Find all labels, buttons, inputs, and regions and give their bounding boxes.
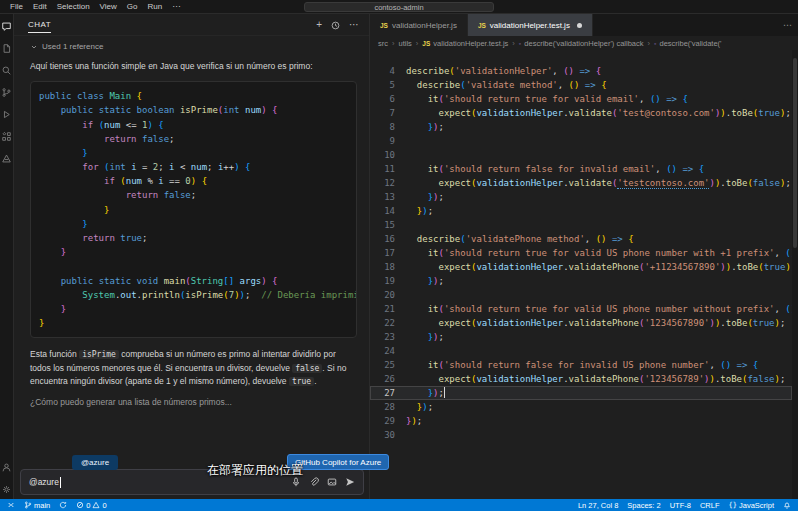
history-icon[interactable] bbox=[331, 16, 340, 34]
line-number[interactable]: 29 bbox=[370, 414, 406, 428]
line-number[interactable]: 6 bbox=[370, 92, 406, 106]
image-icon[interactable] bbox=[327, 477, 337, 487]
problems[interactable]: 0 0 bbox=[76, 501, 106, 510]
more-actions-icon[interactable]: ⋯ bbox=[349, 20, 359, 29]
line-number[interactable]: 20 bbox=[370, 288, 406, 302]
scrollbar-thumb[interactable] bbox=[793, 58, 797, 248]
line-number[interactable]: 14 bbox=[370, 204, 406, 218]
command-center[interactable]: contoso-admin bbox=[304, 2, 494, 12]
code-line-14[interactable]: 14 }); bbox=[370, 204, 792, 218]
code-line-30[interactable]: 30 bbox=[370, 428, 792, 442]
code-line-23[interactable]: 23 }); bbox=[370, 330, 792, 344]
breadcrumb-item-describe-validate[interactable]: ◦describe('validate(' bbox=[654, 39, 722, 48]
line-number[interactable]: 15 bbox=[370, 218, 406, 232]
line-number[interactable]: 22 bbox=[370, 316, 406, 330]
code-line-15[interactable]: 15 bbox=[370, 218, 792, 232]
run-debug-icon[interactable] bbox=[1, 108, 13, 120]
references-toggle[interactable]: Used 1 reference bbox=[30, 42, 357, 51]
remote-indicator[interactable] bbox=[7, 501, 15, 509]
eol-sequence[interactable]: CRLF bbox=[700, 501, 720, 510]
line-number[interactable]: 24 bbox=[370, 344, 406, 358]
code-line-29[interactable]: 29}); bbox=[370, 414, 792, 428]
line-number[interactable]: 12 bbox=[370, 176, 406, 190]
notifications-bell[interactable] bbox=[783, 501, 791, 509]
line-number[interactable]: 4 bbox=[370, 64, 406, 78]
code-line-22[interactable]: 22 expect(validationHelper.validatePhone… bbox=[370, 316, 792, 330]
sync-button[interactable] bbox=[59, 501, 67, 509]
code-line-27[interactable]: 27 }); bbox=[370, 386, 792, 400]
menu-file[interactable]: File bbox=[5, 0, 28, 13]
code-line-10[interactable]: 10 bbox=[370, 148, 792, 162]
suggestion-azure[interactable]: @azure bbox=[72, 455, 118, 470]
menu-edit[interactable]: Edit bbox=[28, 0, 52, 13]
line-number[interactable]: 10 bbox=[370, 148, 406, 162]
line-number[interactable]: 30 bbox=[370, 428, 406, 442]
source-control-icon[interactable] bbox=[1, 86, 13, 98]
accounts-icon[interactable] bbox=[1, 461, 13, 473]
code-line-4[interactable]: 4describe('validationHelper', () => { bbox=[370, 64, 792, 78]
search-icon[interactable] bbox=[1, 64, 13, 76]
line-number[interactable]: 19 bbox=[370, 274, 406, 288]
code-line-7[interactable]: 7 expect(validationHelper.validate('test… bbox=[370, 106, 792, 120]
line-number[interactable]: 28 bbox=[370, 400, 406, 414]
code-line-17[interactable]: 17 it('should return true for valid US p… bbox=[370, 246, 792, 260]
code-line-12[interactable]: 12 expect(validationHelper.validate('tes… bbox=[370, 176, 792, 190]
menu-run[interactable]: Run bbox=[142, 0, 167, 13]
line-number[interactable]: 27 bbox=[370, 386, 406, 400]
line-number[interactable]: 8 bbox=[370, 120, 406, 134]
tab-validationhelper-js[interactable]: JSvalidationHelper.js bbox=[370, 14, 468, 36]
cursor-position[interactable]: Ln 27, Col 8 bbox=[578, 501, 618, 510]
code-line-13[interactable]: 13 }); bbox=[370, 190, 792, 204]
menu-view[interactable]: View bbox=[95, 0, 122, 13]
code-line-6[interactable]: 6 it('should return true for valid email… bbox=[370, 92, 792, 106]
git-branch[interactable]: main bbox=[24, 501, 50, 510]
code-line-28[interactable]: 28 }); bbox=[370, 400, 792, 414]
line-number[interactable]: 9 bbox=[370, 134, 406, 148]
line-number[interactable]: 16 bbox=[370, 232, 406, 246]
extensions-icon[interactable] bbox=[1, 130, 13, 142]
copilot-chat-icon[interactable] bbox=[1, 20, 13, 32]
code-line-5[interactable]: 5 describe('validate method', () => { bbox=[370, 78, 792, 92]
code-line-9[interactable]: 9 bbox=[370, 134, 792, 148]
menu-more[interactable]: ⋯ bbox=[167, 0, 185, 13]
line-number[interactable]: 26 bbox=[370, 372, 406, 386]
line-number[interactable]: 18 bbox=[370, 260, 406, 274]
breadcrumb-item-src[interactable]: src bbox=[378, 39, 388, 48]
line-number[interactable]: 23 bbox=[370, 330, 406, 344]
code-line-25[interactable]: 25 it('should return false for invalid U… bbox=[370, 358, 792, 372]
code-line-21[interactable]: 21 it('should return true for valid US p… bbox=[370, 302, 792, 316]
code-editor[interactable]: 4describe('validationHelper', () => {5 d… bbox=[370, 50, 798, 499]
new-chat-icon[interactable]: + bbox=[316, 20, 322, 29]
editor-actions-more[interactable]: ⋯ bbox=[783, 14, 798, 36]
explorer-icon[interactable] bbox=[1, 42, 13, 54]
encoding[interactable]: UTF-8 bbox=[670, 501, 691, 510]
language-mode[interactable]: {} JavaScript bbox=[729, 501, 774, 510]
chat-tab[interactable]: CHAT bbox=[28, 16, 51, 33]
code-line-19[interactable]: 19 }); bbox=[370, 274, 792, 288]
code-line-26[interactable]: 26 expect(validationHelper.validatePhone… bbox=[370, 372, 792, 386]
editor-scrollbar[interactable] bbox=[792, 50, 798, 499]
azure-icon[interactable] bbox=[1, 152, 13, 164]
attach-icon[interactable] bbox=[309, 477, 319, 487]
line-number[interactable]: 21 bbox=[370, 302, 406, 316]
code-line-16[interactable]: 16 describe('validatePhone method', () =… bbox=[370, 232, 792, 246]
code-line-18[interactable]: 18 expect(validationHelper.validatePhone… bbox=[370, 260, 792, 274]
send-icon[interactable] bbox=[345, 477, 355, 487]
indentation[interactable]: Spaces: 2 bbox=[627, 501, 660, 510]
menu-go[interactable]: Go bbox=[122, 0, 143, 13]
line-number[interactable]: 25 bbox=[370, 358, 406, 372]
settings-gear-icon[interactable] bbox=[1, 483, 13, 495]
code-line-24[interactable]: 24 bbox=[370, 344, 792, 358]
line-number[interactable]: 7 bbox=[370, 106, 406, 120]
chat-followup-question[interactable]: ¿Cómo puedo generar una lista de números… bbox=[30, 397, 357, 407]
breadcrumb-item-describe-validationhelper-call[interactable]: ◦describe('validationHelper') callback bbox=[519, 39, 644, 48]
line-number[interactable]: 13 bbox=[370, 190, 406, 204]
code-line-8[interactable]: 8 }); bbox=[370, 120, 792, 134]
line-number[interactable]: 11 bbox=[370, 162, 406, 176]
tab-validationhelper-test-js[interactable]: JSvalidationHelper.test.js bbox=[468, 14, 593, 36]
breadcrumb-item-utils[interactable]: utils bbox=[399, 39, 412, 48]
line-number[interactable]: 17 bbox=[370, 246, 406, 260]
breadcrumb-item-validationhelper-test-js[interactable]: JSvalidationHelper.test.js bbox=[422, 39, 508, 48]
code-line-20[interactable]: 20 bbox=[370, 288, 792, 302]
menu-selection[interactable]: Selection bbox=[52, 0, 95, 13]
